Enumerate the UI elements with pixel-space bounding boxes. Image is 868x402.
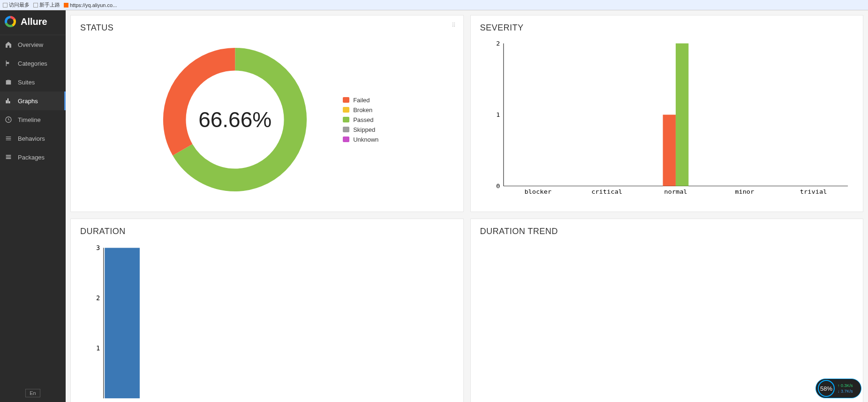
app-root: Allure Overview Categories Suites xyxy=(0,10,868,402)
svg-rect-8 xyxy=(663,115,675,186)
svg-text:1: 1 xyxy=(96,344,100,352)
duration-bar-chart[interactable]: 123 xyxy=(80,242,454,402)
svg-text:0: 0 xyxy=(496,183,500,190)
svg-text:minor: minor xyxy=(735,189,755,195)
net-upload: ↑ 0.3K/s xyxy=(838,383,853,388)
sidebar-item-label: Graphs xyxy=(18,98,38,105)
bookmark-url: https://yq.aliyun.co... xyxy=(70,2,117,8)
content-grid: ⠿ STATUS 66.66% Failed Broken Passed Ski… xyxy=(66,10,868,402)
legend-label: Unknown xyxy=(353,136,378,143)
sidebar-item-label: Behaviors xyxy=(18,135,45,142)
app-name: Allure xyxy=(21,16,47,27)
status-legend: Failed Broken Passed Skipped Unknown xyxy=(343,97,378,143)
panel-status: ⠿ STATUS 66.66% Failed Broken Passed Ski… xyxy=(70,15,464,212)
home-icon xyxy=(5,41,12,48)
sidebar-item-overview[interactable]: Overview xyxy=(0,35,66,54)
briefcase-icon xyxy=(5,78,12,86)
bookmark-item[interactable]: https://yq.aliyun.co... xyxy=(64,2,117,8)
duration-trend-chart[interactable] xyxy=(480,242,854,402)
sidebar-item-label: Suites xyxy=(18,79,35,86)
sidebar-item-packages[interactable]: Packages xyxy=(0,148,66,167)
legend-item-skipped[interactable]: Skipped xyxy=(343,126,378,133)
sidebar-nav: Overview Categories Suites Graphs xyxy=(0,35,66,167)
donut-center-value: 66.66% xyxy=(155,40,315,199)
svg-rect-9 xyxy=(675,43,688,186)
svg-text:2: 2 xyxy=(96,294,100,302)
svg-text:1: 1 xyxy=(496,112,500,118)
svg-text:3: 3 xyxy=(96,244,100,251)
bookmark-label: 访问最多 xyxy=(9,1,30,8)
sidebar: Allure Overview Categories Suites xyxy=(0,10,66,402)
legend-item-unknown[interactable]: Unknown xyxy=(343,136,378,143)
sidebar-item-behaviors[interactable]: Behaviors xyxy=(0,129,66,148)
svg-text:trivial: trivial xyxy=(800,189,827,195)
clock-icon xyxy=(5,116,12,123)
sidebar-item-label: Categories xyxy=(18,60,47,67)
net-download: ↓ 3.7K/s xyxy=(838,389,853,394)
sidebar-item-timeline[interactable]: Timeline xyxy=(0,110,66,129)
sidebar-item-graphs[interactable]: Graphs xyxy=(0,91,66,110)
svg-text:normal: normal xyxy=(664,189,687,195)
sidebar-item-label: Timeline xyxy=(18,116,41,123)
net-stats: ↑ 0.3K/s ↓ 3.7K/s xyxy=(838,383,853,394)
legend-label: Broken xyxy=(353,106,372,114)
bookmark-item[interactable]: 访问最多 xyxy=(3,1,30,8)
sidebar-item-label: Overview xyxy=(18,41,43,48)
severity-bar-chart[interactable]: 012 blockercriticalnormalminortrivial xyxy=(480,38,854,201)
sidebar-item-categories[interactable]: Categories xyxy=(0,54,66,73)
bookmark-item[interactable]: 新手上路 xyxy=(33,1,60,8)
legend-item-failed[interactable]: Failed xyxy=(343,97,378,104)
legend-item-broken[interactable]: Broken xyxy=(343,106,378,114)
language-selector[interactable]: En xyxy=(25,389,40,397)
flag-icon xyxy=(5,60,12,67)
sidebar-item-label: Packages xyxy=(18,154,45,161)
bookmark-label: 新手上路 xyxy=(39,1,60,8)
panel-title: DURATION TREND xyxy=(480,227,854,236)
panel-title: STATUS xyxy=(80,23,454,33)
svg-text:blocker: blocker xyxy=(524,189,551,195)
svg-text:2: 2 xyxy=(496,40,500,47)
panel-title: DURATION xyxy=(80,227,454,236)
panel-duration: DURATION 123 xyxy=(70,219,464,402)
layers-icon xyxy=(5,153,12,161)
allure-logo-icon xyxy=(5,16,16,27)
legend-label: Skipped xyxy=(353,126,375,133)
browser-bookmark-bar: 访问最多 新手上路 https://yq.aliyun.co... xyxy=(0,0,868,10)
panel-duration-trend: DURATION TREND xyxy=(470,219,864,402)
logo[interactable]: Allure xyxy=(0,10,66,33)
legend-item-passed[interactable]: Passed xyxy=(343,116,378,123)
drag-handle-icon[interactable]: ⠿ xyxy=(452,22,457,29)
network-monitor-widget[interactable]: 58% ↑ 0.3K/s ↓ 3.7K/s xyxy=(815,379,861,398)
status-donut-chart[interactable]: 66.66% xyxy=(155,40,315,199)
barchart-icon xyxy=(5,97,12,105)
legend-label: Failed xyxy=(353,97,370,104)
cpu-percent: 58% xyxy=(818,380,835,397)
panel-title: SEVERITY xyxy=(480,23,854,33)
sidebar-item-suites[interactable]: Suites xyxy=(0,73,66,91)
svg-rect-19 xyxy=(105,248,140,398)
legend-label: Passed xyxy=(353,116,373,123)
panel-severity: SEVERITY 012 blockercriticalnormalminort… xyxy=(470,15,864,212)
list-icon xyxy=(5,135,12,142)
svg-text:critical: critical xyxy=(591,189,622,195)
